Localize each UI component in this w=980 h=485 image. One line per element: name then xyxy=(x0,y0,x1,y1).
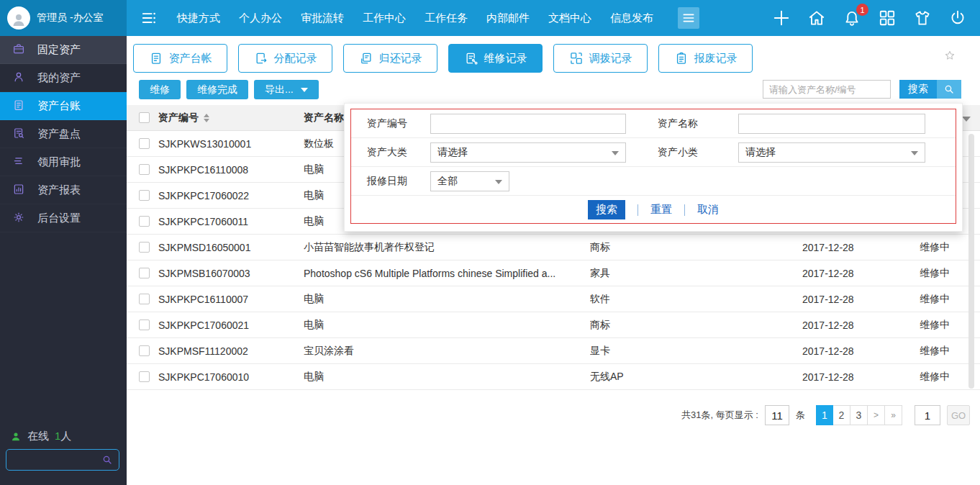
asset-name-input[interactable] xyxy=(738,114,925,134)
power-button[interactable] xyxy=(948,9,967,27)
cell-category: 无线AP xyxy=(590,371,802,384)
topnav-item-5[interactable]: 内部邮件 xyxy=(486,12,530,25)
sidebar-item-my-assets[interactable]: 我的资产 xyxy=(0,64,127,92)
pagination-total-text: 共31条, 每页显示 : xyxy=(681,409,758,422)
table-row[interactable]: SJKPMSD16050001小苗苗智能故事机著作权登记商标2017-12-28… xyxy=(127,235,980,260)
row-checkbox[interactable] xyxy=(139,164,150,175)
vertical-scrollbar[interactable] xyxy=(968,134,974,389)
filter-reset-button[interactable]: 重置 xyxy=(650,203,672,217)
table-row[interactable]: SJKPKPC16110007电脑软件2017-12-28维修中 xyxy=(127,286,980,312)
tab-scrap-records[interactable]: 报废记录 xyxy=(658,44,753,73)
topnav-item-4[interactable]: 工作任务 xyxy=(425,12,468,25)
topnav-item-0[interactable]: 快捷方式 xyxy=(177,12,220,25)
search-icon[interactable] xyxy=(101,454,113,466)
hamburger-menu-button[interactable] xyxy=(678,7,699,29)
tab-allocation-records[interactable]: 分配记录 xyxy=(238,44,332,73)
sidebar-item-asset-inventory[interactable]: 资产盘点 xyxy=(0,120,127,148)
column-header-code[interactable]: 资产编号 xyxy=(158,112,304,124)
topnav-item-6[interactable]: 文档中心 xyxy=(548,12,591,25)
bell-button[interactable]: 1 xyxy=(843,9,861,27)
row-checkbox[interactable] xyxy=(139,294,150,304)
row-checkbox[interactable] xyxy=(139,319,150,330)
cell-code: SJKPKPC17060010 xyxy=(158,371,304,383)
repair-date-label: 报修日期 xyxy=(367,175,430,188)
sidebar-item-admin-settings[interactable]: 后台设置 xyxy=(0,204,127,232)
cell-date: 2017-12-28 xyxy=(802,371,920,383)
row-checkbox[interactable] xyxy=(139,268,150,278)
user-menu[interactable]: 管理员 -办公室 xyxy=(0,0,127,36)
topnav-item-1[interactable]: 个人办公 xyxy=(239,12,282,25)
cell-code: SJKPMSB16070003 xyxy=(158,268,304,279)
person-icon xyxy=(12,71,25,83)
go-button[interactable]: GO xyxy=(947,405,970,425)
notification-badge: 1 xyxy=(856,4,868,16)
asset-search-input[interactable] xyxy=(763,80,891,99)
topnav-item-3[interactable]: 工作中心 xyxy=(363,12,406,25)
sidebar-search-input[interactable] xyxy=(6,455,101,466)
favorite-star-icon[interactable] xyxy=(943,49,956,62)
asset-code-input[interactable] xyxy=(430,114,626,134)
search-button[interactable]: 搜索 xyxy=(899,80,961,99)
table-row[interactable]: SJKPMSF11120002宝贝涂涂看显卡2017-12-28维修中 xyxy=(127,338,980,364)
home-button[interactable] xyxy=(807,9,826,27)
tab-asset-ledger[interactable]: 资产台帐 xyxy=(133,44,227,73)
row-checkbox[interactable] xyxy=(139,242,150,253)
topnav-item-2[interactable]: 审批流转 xyxy=(301,12,344,25)
shirt-icon xyxy=(913,9,932,27)
sidebar-item-fixed-assets[interactable]: 固定资产 xyxy=(0,36,127,64)
row-checkbox[interactable] xyxy=(139,345,150,356)
topnav-item-7[interactable]: 信息发布 xyxy=(610,12,653,25)
apps-button[interactable] xyxy=(878,9,897,27)
tab-repair-records[interactable]: 维修记录 xyxy=(448,44,543,73)
table-row[interactable]: SJKPKPC17060010电脑无线AP2017-12-28维修中 xyxy=(127,364,980,390)
row-checkbox[interactable] xyxy=(139,138,150,149)
select-all-checkbox[interactable] xyxy=(139,112,150,123)
sidebar-menu: 固定资产我的资产资产台账资产盘点领用审批资产报表后台设置 xyxy=(0,36,127,232)
sort-icon[interactable] xyxy=(204,114,209,122)
filter-cancel-button[interactable]: 取消 xyxy=(697,203,719,217)
cell-category: 软件 xyxy=(590,293,802,306)
user-name: 管理员 -办公室 xyxy=(37,12,104,24)
briefcase-icon xyxy=(12,42,25,55)
doc-return-icon xyxy=(359,51,373,65)
page-jump-input[interactable] xyxy=(915,405,940,425)
category-select[interactable]: 请选择 xyxy=(430,142,626,163)
row-checkbox[interactable] xyxy=(139,371,150,382)
per-page-box[interactable]: 11 xyxy=(765,405,789,425)
transfer-icon xyxy=(569,51,584,65)
export-button[interactable]: 导出... xyxy=(254,80,319,99)
repair-date-select[interactable]: 全部 xyxy=(430,171,509,191)
filter-search-button[interactable]: 搜索 xyxy=(588,200,625,219)
doc-search-icon xyxy=(12,127,25,140)
online-person-icon xyxy=(10,431,22,443)
doc-assign-icon xyxy=(254,51,268,65)
apps-icon xyxy=(878,9,897,27)
column-settings-caret-icon[interactable] xyxy=(962,117,971,122)
subcategory-select[interactable]: 请选择 xyxy=(738,142,925,163)
page-button-4[interactable]: » xyxy=(885,405,902,425)
page-buttons: 123>» xyxy=(816,405,902,425)
row-checkbox[interactable] xyxy=(139,190,150,201)
table-row[interactable]: SJKPKPC17060021电脑商标2017-12-28维修中 xyxy=(127,312,980,338)
page-button-1[interactable]: 2 xyxy=(833,405,850,425)
plus-button[interactable] xyxy=(772,9,791,27)
repair-button[interactable]: 维修 xyxy=(139,80,181,99)
row-checkbox[interactable] xyxy=(139,216,150,227)
repair-done-button[interactable]: 维修完成 xyxy=(186,80,248,99)
shirt-button[interactable] xyxy=(913,9,932,27)
topbar-actions: 1 xyxy=(772,9,967,27)
page-button-0[interactable]: 1 xyxy=(816,405,833,425)
sidebar-item-requisition-approval[interactable]: 领用审批 xyxy=(0,148,127,176)
page-button-2[interactable]: 3 xyxy=(850,405,868,425)
menu-toggle-icon[interactable] xyxy=(141,10,157,26)
filter-row-1: 资产编号 资产名称 xyxy=(351,109,956,138)
page-button-3[interactable]: > xyxy=(868,405,885,425)
clipboard-icon xyxy=(674,51,689,65)
table-row[interactable]: SJKPMSB16070003Photoshop cS6 Multiple Pl… xyxy=(127,260,980,286)
cell-category: 商标 xyxy=(590,319,802,332)
cell-code: SJKPKPC17060011 xyxy=(158,216,304,227)
tab-transfer-records[interactable]: 调拨记录 xyxy=(553,44,648,73)
sidebar-item-asset-reports[interactable]: 资产报表 xyxy=(0,176,127,204)
tab-return-records[interactable]: 归还记录 xyxy=(343,44,437,73)
sidebar-item-asset-ledger[interactable]: 资产台账 xyxy=(0,92,127,120)
